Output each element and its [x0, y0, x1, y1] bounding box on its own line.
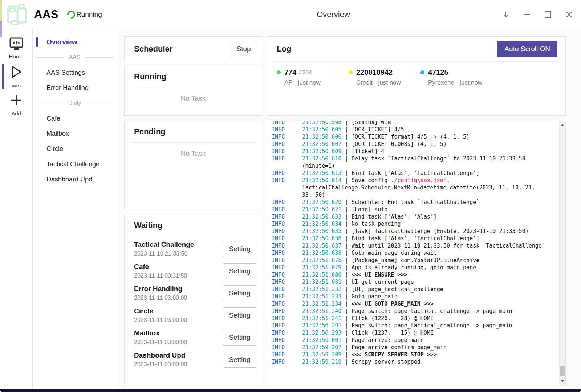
svg-text:</>: </> [13, 40, 20, 46]
nav-panel: OverviewAASAAS SettingsError HandlingDai… [33, 29, 118, 389]
minimize-icon [523, 11, 531, 19]
task-setting-button[interactable]: Setting [223, 352, 256, 368]
icon-rail: </>HomeaasAdd [0, 29, 33, 389]
task-info: Error Handling2023-11-11 03:00:00 [134, 285, 223, 301]
task-setting-button[interactable]: Setting [223, 285, 256, 301]
content-area: Scheduler Stop Running No Task Pending N… [118, 29, 581, 389]
stat-label: Credit - just now [356, 79, 420, 86]
stat-value: 47125 [428, 68, 448, 77]
play-icon [10, 65, 23, 81]
log-scroll-area[interactable]: INFO21:32:50.598|[Status] WININFO21:32:5… [267, 121, 559, 385]
stat-secondary-value: / 234 [299, 69, 312, 76]
nav-item-cafe[interactable]: Cafe [33, 111, 118, 126]
log-entry: INFO21:32:59.001|Page arrive: page_main [272, 336, 559, 344]
task-info: Cafe2023-11-11 00:31:50 [134, 263, 223, 279]
log-stat-credit: 220810942Credit - just now [349, 68, 420, 86]
stat-label: AP - just now [284, 79, 349, 86]
stat-dot-icon [420, 70, 424, 74]
down-arrow-icon [502, 10, 510, 19]
log-entry: INFO21:32:50.636|Bind task ['Alas', 'Tac… [272, 235, 559, 242]
scheduler-status-label: Running [76, 11, 102, 19]
auto-scroll-button[interactable]: Auto Scroll ON [497, 41, 557, 57]
stat-value: 220810942 [356, 68, 393, 77]
task-next-run-time: 2023-11-11 03:00:00 [134, 361, 223, 368]
log-view-card[interactable]: INFO21:32:50.598|[Status] WININFO21:32:5… [267, 121, 566, 385]
task-setting-button[interactable]: Setting [223, 307, 256, 323]
running-empty-label: No Task [125, 87, 262, 102]
stop-button[interactable]: Stop [231, 41, 256, 57]
log-stat-ap: 774/ 234AP - just now [277, 68, 349, 86]
task-info: Dashboard Upd2023-11-11 03:00:00 [134, 351, 223, 368]
nav-item-aas-settings[interactable]: AAS Settings [33, 65, 118, 80]
app-logo-icon [5, 3, 28, 26]
rail-item-aas[interactable]: aas [0, 63, 32, 90]
scrollbar-thumb[interactable] [560, 366, 565, 376]
task-name: Dashboard Upd [134, 351, 223, 359]
rail-item-label: Add [11, 110, 21, 117]
stat-label: Pyroxene - just now [428, 79, 492, 86]
log-entry: INFO21:32:50.620|Scheduler: End task `Ta… [272, 199, 559, 206]
pending-empty-label: No Task [125, 143, 262, 158]
task-setting-button[interactable]: Setting [223, 263, 256, 279]
waiting-task-row: Circle2023-11-11 03:00:00Setting [134, 304, 256, 326]
minimize-button[interactable] [523, 11, 531, 19]
running-title: Running [134, 72, 166, 81]
nav-item-dashboard-upd[interactable]: Dashboard Upd [33, 172, 118, 187]
scrollbar-up-arrow-icon[interactable] [561, 124, 564, 126]
log-entry: INFO21:32:56.293|Click (1237, 15) @ HOME [272, 329, 559, 336]
log-entry: INFO21:32:51.240|Page switch: page_tacti… [272, 307, 559, 315]
nav-divider-aas: AAS [33, 50, 118, 65]
log-entry: INFO21:32:50.598|[Status] WIN [272, 121, 559, 126]
task-name: Circle [134, 307, 223, 315]
log-title: Log [277, 44, 291, 54]
app-name: AAS [34, 8, 58, 21]
log-scrollbar[interactable] [559, 121, 565, 385]
window-bottom-edge [0, 389, 581, 392]
log-entry: INFO21:32:51.233|Goto page_main [272, 293, 559, 300]
task-next-run-time: 2023-11-11 03:00:00 [134, 339, 223, 346]
task-setting-button[interactable]: Setting [223, 241, 256, 257]
log-entry: INFO21:32:50.635|[Task] TacticalChalleng… [272, 228, 559, 235]
stat-dot-icon [349, 70, 353, 74]
task-info: Mailbox2023-11-11 03:00:00 [134, 329, 223, 346]
hide-window-button[interactable] [502, 11, 510, 19]
task-setting-button[interactable]: Setting [223, 330, 256, 346]
waiting-task-row: Cafe2023-11-11 00:31:50Setting [134, 260, 256, 282]
log-stats-row: 774/ 234AP - just now220810942Credit - j… [267, 62, 565, 86]
nav-item-mailbox[interactable]: Mailbox [33, 126, 118, 141]
log-entry: INFO21:32:50.638|Goto main page during w… [272, 249, 559, 257]
page-title: Overview [317, 10, 350, 19]
stat-dot-icon [277, 70, 281, 74]
nav-item-error-handling[interactable]: Error Handling [33, 80, 118, 95]
task-name: Tactical Challenge [134, 241, 223, 249]
scrollbar-down-arrow-icon[interactable] [561, 380, 564, 382]
log-entry: INFO21:32:59.209|<<< SCRCPY SERVER STOP … [272, 351, 559, 358]
waiting-task-row: Mailbox2023-11-11 03:00:00Setting [134, 326, 256, 348]
nav-item-circle[interactable]: Circle [33, 141, 118, 156]
task-next-run-time: 2023-11-10 21:33:50 [134, 250, 223, 257]
window-controls [502, 0, 573, 29]
log-entry: INFO21:32:50.609|[Ticket] 4 [272, 148, 559, 155]
pending-title: Pending [134, 127, 166, 136]
close-button[interactable] [565, 11, 573, 19]
running-card: Running No Task [124, 66, 262, 116]
monitor-code-icon: </> [9, 37, 24, 52]
maximize-button[interactable] [544, 11, 552, 19]
rail-item-add[interactable]: Add [0, 91, 32, 119]
log-entry: INFO21:32:56.291|Page switch: page_tacti… [272, 322, 559, 329]
log-entry: INFO21:32:50.637|Wait until 2023-11-10 2… [272, 242, 559, 249]
log-entry: INFO21:32:50.613|Bind task ['Alas', 'Tac… [272, 170, 559, 177]
log-entry: INFO21:32:51.079|App is already running,… [272, 264, 559, 271]
nav-item-tactical-challenge[interactable]: Tactical Challenge [33, 156, 118, 172]
log-entry: INFO21:32:59.207|Page arrive confirm pag… [272, 344, 559, 351]
nav-item-overview[interactable]: Overview [33, 34, 118, 50]
log-entry: INFO21:32:50.606|[OCR_TICKET format] 4/5… [272, 133, 559, 140]
task-next-run-time: 2023-11-11 03:00:00 [134, 295, 223, 301]
waiting-card: Waiting Tactical Challenge2023-11-10 21:… [124, 215, 262, 385]
log-entry: INFO21:32:51.234|<<< UI GOTO PAGE_MAIN >… [272, 300, 559, 307]
nav-divider-daily: Daily [33, 95, 118, 111]
rail-item-home[interactable]: </>Home [0, 34, 32, 62]
log-entry: INFO21:32:51.078|[Package_name] com.Yost… [272, 257, 559, 264]
plus-icon [9, 93, 23, 109]
log-entry: INFO21:32:51.241|Click (1226, 28) @ HOME [272, 315, 559, 322]
